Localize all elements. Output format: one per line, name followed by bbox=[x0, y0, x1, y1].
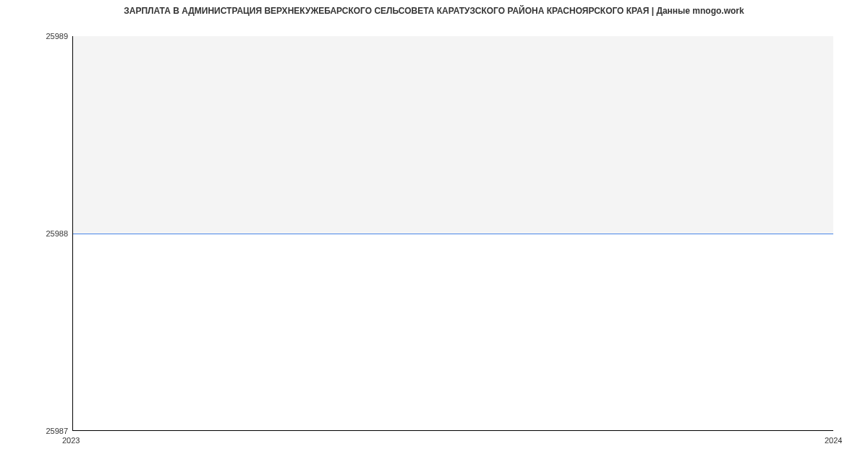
y-tick-label: 25989 bbox=[46, 32, 68, 40]
x-tick-label: 2023 bbox=[62, 436, 80, 445]
data-line bbox=[73, 234, 833, 234]
y-tick-label: 25987 bbox=[46, 427, 68, 435]
x-tick-label: 2024 bbox=[825, 436, 842, 445]
chart-title: ЗАРПЛАТА В АДМИНИСТРАЦИЯ ВЕРХНЕКУЖЕБАРСК… bbox=[0, 6, 868, 16]
y-tick-label: 25988 bbox=[46, 229, 68, 238]
grid-band bbox=[73, 36, 833, 234]
plot-area bbox=[72, 36, 833, 431]
